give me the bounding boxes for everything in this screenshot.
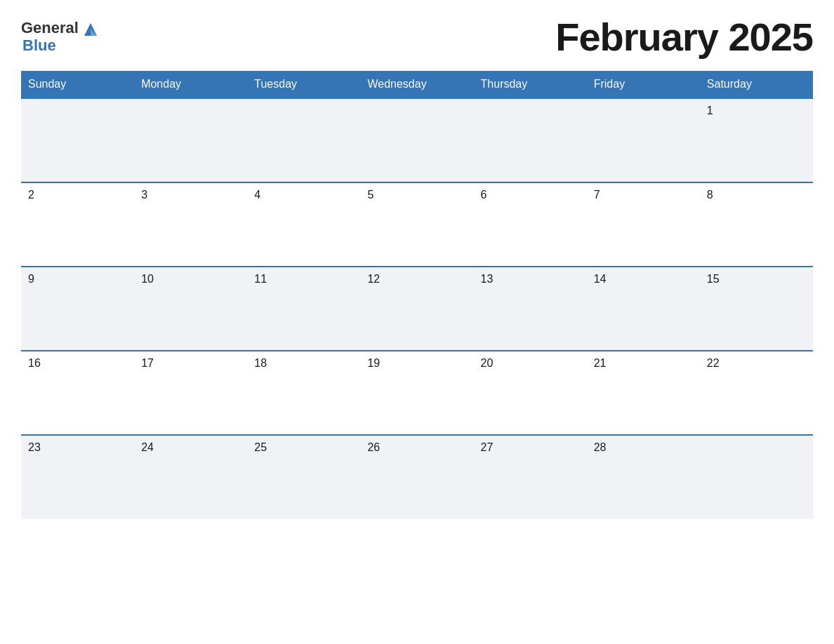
logo-general-text: General <box>21 19 79 36</box>
day-number: 16 <box>28 357 41 369</box>
calendar-cell: 16 <box>21 351 134 435</box>
day-number: 24 <box>141 441 154 453</box>
page-header: General Blue February 2025 <box>21 14 813 60</box>
day-number: 18 <box>254 357 267 369</box>
day-number: 25 <box>254 441 267 453</box>
calendar-week-1: 1 <box>21 98 813 182</box>
calendar-week-3: 9101112131415 <box>21 267 813 351</box>
calendar-table: SundayMondayTuesdayWednesdayThursdayFrid… <box>21 71 813 519</box>
calendar-cell: 25 <box>247 435 360 519</box>
logo-text: General Blue <box>21 20 98 55</box>
day-number: 20 <box>481 357 494 369</box>
logo-general: General <box>21 20 98 38</box>
calendar-cell: 4 <box>247 182 360 267</box>
calendar-cell: 22 <box>700 351 813 435</box>
weekday-header-sunday: Sunday <box>21 71 134 98</box>
calendar-cell <box>700 435 813 519</box>
weekday-header-thursday: Thursday <box>474 71 587 98</box>
calendar-cell: 26 <box>360 435 473 519</box>
weekday-header-friday: Friday <box>587 71 700 98</box>
day-number: 11 <box>254 273 267 285</box>
logo-triangle-icon <box>83 22 98 37</box>
calendar-cell <box>587 98 700 182</box>
day-number: 14 <box>594 273 607 285</box>
logo-blue-text: Blue <box>22 37 98 54</box>
calendar-cell: 17 <box>134 351 247 435</box>
day-number: 22 <box>707 357 720 369</box>
day-number: 27 <box>481 441 494 453</box>
day-number: 23 <box>28 441 41 453</box>
logo: General Blue <box>21 20 98 55</box>
calendar-cell: 8 <box>700 182 813 267</box>
calendar-cell: 10 <box>134 267 247 351</box>
calendar-cell: 18 <box>247 351 360 435</box>
day-number: 19 <box>367 357 380 369</box>
day-number: 2 <box>28 189 34 201</box>
day-number: 7 <box>594 189 600 201</box>
calendar-cell: 1 <box>700 98 813 182</box>
day-number: 9 <box>28 273 34 285</box>
calendar-cell: 7 <box>587 182 700 267</box>
day-number: 1 <box>707 105 713 116</box>
calendar-cell: 24 <box>134 435 247 519</box>
calendar-cell: 9 <box>21 267 134 351</box>
day-number: 10 <box>141 273 154 285</box>
calendar-cell <box>134 98 247 182</box>
calendar-cell: 6 <box>474 182 587 267</box>
calendar-cell: 19 <box>360 351 473 435</box>
day-number: 5 <box>367 189 373 201</box>
calendar-cell <box>474 98 587 182</box>
weekday-header-wednesday: Wednesday <box>360 71 473 98</box>
day-number: 8 <box>707 189 713 201</box>
calendar-cell <box>247 98 360 182</box>
calendar-cell <box>360 98 473 182</box>
day-number: 3 <box>141 189 147 201</box>
calendar-cell: 11 <box>247 267 360 351</box>
calendar-week-4: 16171819202122 <box>21 351 813 435</box>
month-title: February 2025 <box>555 14 813 60</box>
day-number: 4 <box>254 189 260 201</box>
calendar-cell: 20 <box>474 351 587 435</box>
calendar-cell: 2 <box>21 182 134 267</box>
day-number: 15 <box>707 273 720 285</box>
day-number: 6 <box>481 189 487 201</box>
day-number: 26 <box>367 441 380 453</box>
calendar-cell: 12 <box>360 267 473 351</box>
calendar-body: 1234567891011121314151617181920212223242… <box>21 98 813 519</box>
calendar-cell: 5 <box>360 182 473 267</box>
calendar-cell: 23 <box>21 435 134 519</box>
calendar-cell: 14 <box>587 267 700 351</box>
day-number: 13 <box>481 273 494 285</box>
weekday-header-monday: Monday <box>134 71 247 98</box>
calendar-week-5: 232425262728 <box>21 435 813 519</box>
day-number: 21 <box>594 357 607 369</box>
calendar-cell: 15 <box>700 267 813 351</box>
day-number: 12 <box>367 273 380 285</box>
calendar-cell: 3 <box>134 182 247 267</box>
calendar-cell: 21 <box>587 351 700 435</box>
calendar-cell: 28 <box>587 435 700 519</box>
day-number: 17 <box>141 357 154 369</box>
weekday-header-tuesday: Tuesday <box>247 71 360 98</box>
calendar-cell: 13 <box>474 267 587 351</box>
calendar-cell <box>21 98 134 182</box>
calendar-week-2: 2345678 <box>21 182 813 267</box>
calendar-header: SundayMondayTuesdayWednesdayThursdayFrid… <box>21 71 813 98</box>
weekday-header-saturday: Saturday <box>700 71 813 98</box>
day-number: 28 <box>594 441 607 453</box>
weekday-row: SundayMondayTuesdayWednesdayThursdayFrid… <box>21 71 813 98</box>
calendar-cell: 27 <box>474 435 587 519</box>
